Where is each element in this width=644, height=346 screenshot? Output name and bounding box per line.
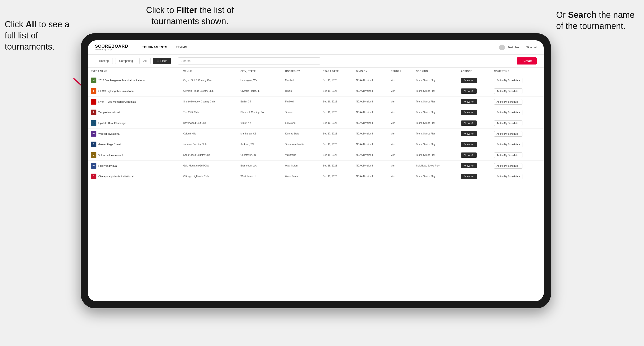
cell-hosted-by-6: Tennessee-Martin <box>282 139 320 150</box>
eye-icon-3: 👁 <box>471 111 474 114</box>
add-schedule-button-8[interactable]: Add to My Schedule + <box>494 163 522 169</box>
view-button-3[interactable]: View 👁 <box>461 110 477 115</box>
col-venue: VENUE <box>180 68 238 75</box>
cell-hosted-by-3: Temple <box>282 107 320 118</box>
event-name-3: Temple Invitational <box>98 111 120 114</box>
view-button-2[interactable]: View 👁 <box>461 99 477 104</box>
view-button-8[interactable]: View 👁 <box>461 163 477 168</box>
cell-scoring-4: Team, Stroke Play <box>413 118 458 129</box>
cell-scoring-7: Team, Stroke Play <box>413 150 458 161</box>
cell-gender-3: Men <box>388 107 413 118</box>
cell-scoring-1: Team, Stroke Play <box>413 86 458 97</box>
cell-venue-3: The 1912 Club <box>180 107 238 118</box>
cell-venue-7: Sand Creek Country Club <box>180 150 238 161</box>
table-body: M 2023 Joe Feaganes Marshall Invitationa… <box>88 75 544 182</box>
create-button[interactable]: + Create <box>517 57 537 64</box>
cell-division-5: NCAA Division I <box>353 129 388 139</box>
add-schedule-button-7[interactable]: Add to My Schedule + <box>494 153 522 158</box>
cell-city-state-4: Victor, NY <box>238 118 282 129</box>
col-gender: GENDER <box>388 68 413 75</box>
cell-event-name-5: W Wildcat Invitational <box>88 129 180 139</box>
tablet-screen: SCOREBOARD Powered by clippd TOURNAMENTS… <box>88 40 544 301</box>
cell-actions-9: View 👁 <box>458 171 491 182</box>
team-logo-5: W <box>91 131 96 137</box>
table-row: W Husky Individual Gold Mountain Golf Cl… <box>88 161 544 171</box>
cell-actions-8: View 👁 <box>458 161 491 171</box>
cell-city-state-1: Olympia Fields, IL <box>238 86 282 97</box>
table-container: EVENT NAME VENUE CITY, STATE HOSTED BY S… <box>88 68 544 301</box>
cell-city-state-3: Plymouth Meeting, PA <box>238 107 282 118</box>
eye-icon-1: 👁 <box>471 90 474 92</box>
app-header: SCOREBOARD Powered by clippd TOURNAMENTS… <box>88 40 544 54</box>
add-schedule-button-3[interactable]: Add to My Schedule + <box>494 110 522 115</box>
table-row: W Wildcat Invitational Colbert Hills Man… <box>88 129 544 139</box>
filter-button[interactable]: ☰ Filter <box>153 58 171 64</box>
team-logo-8: W <box>91 163 96 169</box>
view-button-7[interactable]: View 👁 <box>461 153 477 158</box>
annotation-top: Click to Filter the list of tournaments … <box>133 5 247 27</box>
cell-hosted-by-5: Kansas State <box>282 129 320 139</box>
add-schedule-button-6[interactable]: Add to My Schedule + <box>494 142 522 147</box>
cell-competing-8: Add to My Schedule + <box>491 161 544 171</box>
cell-event-name-7: V Valpo Fall Invitational <box>88 150 180 161</box>
event-name-0: 2023 Joe Feaganes Marshall Invitational <box>98 79 145 82</box>
tablet-frame: SCOREBOARD Powered by clippd TOURNAMENTS… <box>81 33 551 308</box>
separator: | <box>523 46 523 49</box>
col-division: DIVISION <box>353 68 388 75</box>
cell-start-date-6: Sep 18, 2023 <box>320 139 353 150</box>
cell-competing-3: Add to My Schedule + <box>491 107 544 118</box>
competing-tab[interactable]: Competing <box>115 58 137 64</box>
eye-icon-2: 👁 <box>471 101 474 103</box>
view-button-6[interactable]: View 👁 <box>461 142 477 147</box>
add-schedule-button-5[interactable]: Add to My Schedule + <box>494 131 522 137</box>
search-input[interactable] <box>178 57 320 64</box>
cell-venue-6: Jackson Country Club <box>180 139 238 150</box>
table-row: I OFCC Fighting Illini Invitational Olym… <box>88 86 544 97</box>
cell-event-name-2: F Ryan T. Lee Memorial Collegiate <box>88 97 180 107</box>
cell-hosted-by-0: Marshall <box>282 75 320 86</box>
view-button-4[interactable]: View 👁 <box>461 121 477 126</box>
cell-city-state-0: Huntington, WV <box>238 75 282 86</box>
cell-gender-9: Men <box>388 171 413 182</box>
view-button-9[interactable]: View 👁 <box>461 174 477 179</box>
toolbar: Hosting Competing All ☰ Filter + Create <box>88 54 544 68</box>
eye-icon-0: 👁 <box>471 79 474 82</box>
add-schedule-button-9[interactable]: Add to My Schedule + <box>494 174 522 179</box>
cell-city-state-2: Berlin, CT <box>238 97 282 107</box>
nav-tabs: TOURNAMENTS TEAMS <box>138 43 192 51</box>
cell-venue-1: Olympia Fields Country Club <box>180 86 238 97</box>
add-schedule-button-0[interactable]: Add to My Schedule + <box>494 78 522 83</box>
user-name: Test User <box>508 46 520 49</box>
cell-event-name-9: C Chicago Highlands Invitational <box>88 171 180 182</box>
cell-city-state-5: Manhattan, KS <box>238 129 282 139</box>
cell-city-state-7: Chesterton, IN <box>238 150 282 161</box>
event-name-5: Wildcat Invitational <box>98 132 120 135</box>
add-schedule-button-4[interactable]: Add to My Schedule + <box>494 121 522 126</box>
cell-venue-4: Ravenwood Golf Club <box>180 118 238 129</box>
view-button-5[interactable]: View 👁 <box>461 131 477 136</box>
cell-venue-5: Colbert Hills <box>180 129 238 139</box>
col-scoring: SCORING <box>413 68 458 75</box>
event-name-6: Grover Page Classic <box>98 143 122 146</box>
event-name-9: Chicago Highlands Invitational <box>98 175 134 178</box>
nav-tab-teams[interactable]: TEAMS <box>172 43 192 51</box>
sign-out-link[interactable]: Sign out <box>526 46 537 49</box>
view-button-0[interactable]: View 👁 <box>461 78 477 83</box>
col-competing: COMPETING <box>491 68 544 75</box>
cell-gender-6: Men <box>388 139 413 150</box>
cell-scoring-0: Team, Stroke Play <box>413 75 458 86</box>
cell-actions-1: View 👁 <box>458 86 491 97</box>
table-row: V Valpo Fall Invitational Sand Creek Cou… <box>88 150 544 161</box>
view-button-1[interactable]: View 👁 <box>461 88 477 94</box>
event-name-1: OFCC Fighting Illini Invitational <box>98 90 134 92</box>
table-row: T Temple Invitational The 1912 Club Plym… <box>88 107 544 118</box>
add-schedule-button-2[interactable]: Add to My Schedule + <box>494 99 522 105</box>
cell-hosted-by-2: Fairfield <box>282 97 320 107</box>
hosting-tab[interactable]: Hosting <box>95 58 113 64</box>
col-event-name: EVENT NAME <box>88 68 180 75</box>
add-schedule-button-1[interactable]: Add to My Schedule + <box>494 88 522 94</box>
logo-subtitle: Powered by clippd <box>95 48 128 51</box>
nav-tab-tournaments[interactable]: TOURNAMENTS <box>138 43 172 51</box>
tournaments-table: EVENT NAME VENUE CITY, STATE HOSTED BY S… <box>88 68 544 182</box>
all-tab[interactable]: All <box>140 58 150 64</box>
